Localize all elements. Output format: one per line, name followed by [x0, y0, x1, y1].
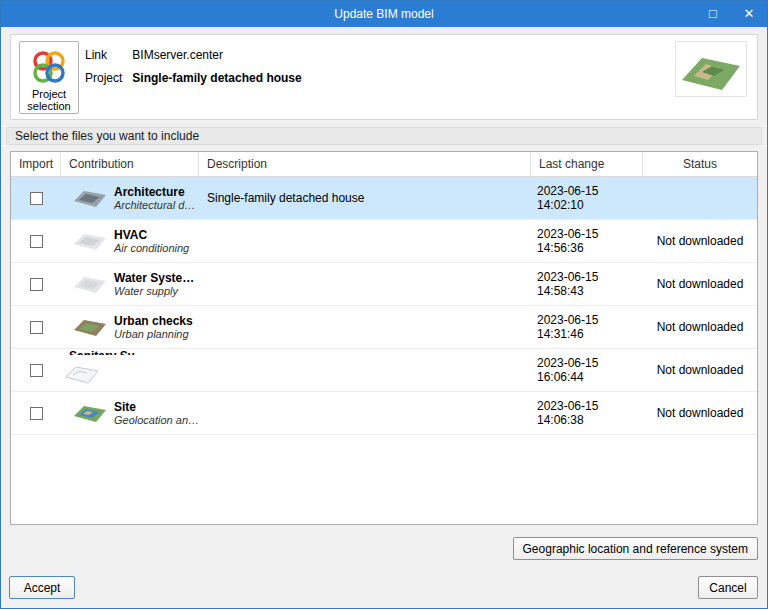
- header-panel: Project selection Link BIMserver.center …: [10, 34, 758, 120]
- project-row: Project Single-family detached house: [85, 71, 302, 85]
- row-description: Single-family detached house: [199, 177, 531, 219]
- row-status: Not downloaded: [643, 349, 757, 391]
- table-row[interactable]: Water Systems Water supply 2023-06-15 14…: [11, 263, 757, 306]
- import-checkbox[interactable]: [30, 235, 43, 248]
- link-row: Link BIMserver.center: [85, 48, 223, 62]
- table-row[interactable]: Architecture Architectural de... Single-…: [11, 177, 757, 220]
- row-last-change: 2023-06-15 14:56:36: [531, 220, 643, 262]
- cancel-button[interactable]: Cancel: [698, 576, 758, 599]
- link-value: BIMserver.center: [132, 48, 223, 62]
- section-label: Select the files you want to include: [6, 127, 762, 145]
- row-last-change: 2023-06-15 14:58:43: [531, 263, 643, 305]
- column-header-status[interactable]: Status: [643, 152, 757, 176]
- update-bim-model-dialog: Update BIM model □ ✕ Project selection L…: [0, 0, 768, 609]
- contribution-subtitle: Architectural de...: [114, 199, 199, 211]
- contribution-thumbnail-icon: [65, 357, 99, 391]
- contribution-thumbnail-icon: [73, 317, 107, 337]
- import-checkbox[interactable]: [30, 192, 43, 205]
- link-label: Link: [85, 48, 129, 62]
- accept-button[interactable]: Accept: [9, 576, 75, 599]
- table-row[interactable]: Sanitary Systems 2023-06-15 16:06:44 Not…: [11, 349, 757, 392]
- table-header: Import Contribution Description Last cha…: [11, 152, 757, 177]
- row-last-change: 2023-06-15 16:06:44: [531, 349, 643, 391]
- row-status: Not downloaded: [643, 263, 757, 305]
- contribution-subtitle: Urban planning: [114, 328, 193, 340]
- geographic-location-button[interactable]: Geographic location and reference system: [513, 537, 758, 560]
- project-thumbnail: [675, 41, 747, 97]
- import-checkbox[interactable]: [30, 364, 43, 377]
- files-table: Import Contribution Description Last cha…: [10, 151, 758, 525]
- contribution-title: Site: [114, 400, 199, 414]
- column-header-import[interactable]: Import: [11, 152, 61, 176]
- contribution-thumbnail-icon: [73, 403, 107, 423]
- project-selection-label: Project selection: [27, 88, 70, 112]
- window-controls: □ ✕: [695, 1, 767, 27]
- row-status: Not downloaded: [643, 392, 757, 434]
- import-checkbox[interactable]: [30, 407, 43, 420]
- row-description: [199, 306, 531, 348]
- contribution-title: Urban checks: [114, 314, 193, 328]
- contribution-subtitle: Geolocation and...: [114, 414, 199, 426]
- project-label: Project: [85, 71, 129, 85]
- contribution-thumbnail-icon: [73, 274, 107, 294]
- contribution-title: Architecture: [114, 185, 199, 199]
- column-header-contribution[interactable]: Contribution: [61, 152, 199, 176]
- row-status: [643, 177, 757, 219]
- project-value: Single-family detached house: [132, 71, 301, 85]
- row-last-change: 2023-06-15 14:06:38: [531, 392, 643, 434]
- row-status: Not downloaded: [643, 220, 757, 262]
- maximize-icon[interactable]: □: [695, 1, 731, 27]
- contribution-thumbnail-icon: [73, 231, 107, 251]
- contribution-thumbnail-icon: [73, 188, 107, 208]
- row-last-change: 2023-06-15 14:02:10: [531, 177, 643, 219]
- close-icon[interactable]: ✕: [731, 1, 767, 27]
- contribution-subtitle: Water supply: [114, 285, 199, 297]
- bimserver-logo-icon: [30, 48, 68, 86]
- row-description: [199, 220, 531, 262]
- table-row[interactable]: Urban checks Urban planning 2023-06-15 1…: [11, 306, 757, 349]
- column-header-last-change[interactable]: Last change: [531, 152, 643, 176]
- titlebar[interactable]: Update BIM model □ ✕: [1, 1, 767, 27]
- import-checkbox[interactable]: [30, 278, 43, 291]
- row-last-change: 2023-06-15 14:31:46: [531, 306, 643, 348]
- row-status: Not downloaded: [643, 306, 757, 348]
- import-checkbox[interactable]: [30, 321, 43, 334]
- contribution-title: Sanitary Systems: [65, 349, 153, 355]
- contribution-title: HVAC: [114, 228, 189, 242]
- project-selection-button[interactable]: Project selection: [19, 41, 79, 114]
- window-title: Update BIM model: [1, 1, 767, 27]
- contribution-title: Water Systems: [114, 271, 199, 285]
- contribution-subtitle: Air conditioning: [114, 242, 189, 254]
- row-description: [199, 263, 531, 305]
- row-description: [199, 392, 531, 434]
- table-row[interactable]: Site Geolocation and... 2023-06-15 14:06…: [11, 392, 757, 435]
- column-header-description[interactable]: Description: [199, 152, 531, 176]
- row-description: [199, 349, 531, 391]
- project-terrain-icon: [676, 42, 746, 96]
- table-row[interactable]: HVAC Air conditioning 2023-06-15 14:56:3…: [11, 220, 757, 263]
